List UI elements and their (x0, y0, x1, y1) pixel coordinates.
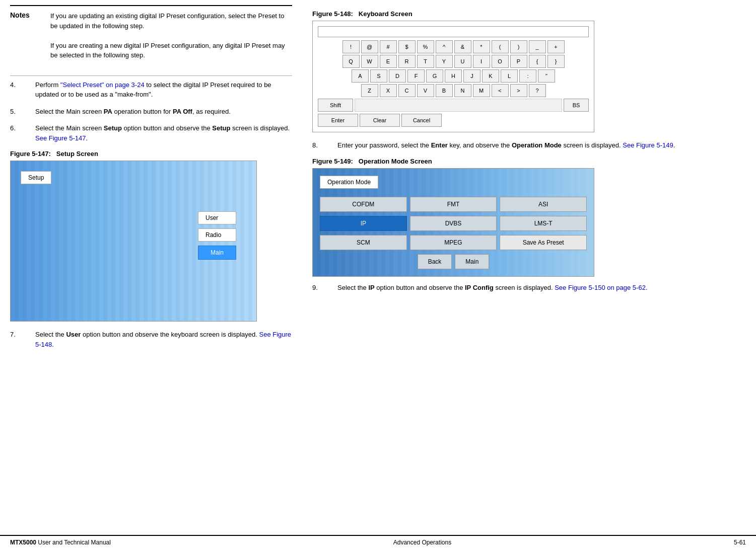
kb-key-rparen[interactable]: ) (510, 40, 527, 53)
kb-key-s[interactable]: S (370, 69, 387, 83)
kb-key-caret[interactable]: ^ (436, 40, 453, 53)
user-btn[interactable]: User (198, 211, 236, 224)
kb-shift-key[interactable]: Shift (318, 99, 353, 112)
kb-enter-key[interactable]: Enter (318, 114, 358, 127)
mpeg-btn[interactable]: MPEG (410, 235, 497, 250)
figure-148-label-text: Figure 5-148: (312, 10, 353, 18)
lmst-btn[interactable]: LMS-T (500, 216, 587, 231)
figure-147-label-text: Figure 5-147: (10, 150, 51, 158)
step-7-text-2: option button and observe the keyboard s… (81, 331, 259, 338)
setup-btn[interactable]: Setup (21, 171, 51, 184)
step-8-bold2: Operation Mode (512, 141, 562, 149)
kb-key-question[interactable]: ? (529, 84, 546, 97)
kb-bs-key[interactable]: BS (564, 99, 589, 112)
step-4-link[interactable]: "Select Preset" on page 3-24 (60, 81, 145, 89)
keyboard-input[interactable] (318, 26, 589, 37)
kb-key-colon[interactable]: : (519, 69, 536, 83)
kb-key-amp[interactable]: & (454, 40, 471, 53)
kb-key-t[interactable]: T (417, 55, 434, 68)
kb-key-rbrace[interactable]: } (547, 55, 565, 68)
scm-btn[interactable]: SCM (320, 235, 407, 250)
kb-key-lbrace[interactable]: { (529, 55, 546, 68)
ip-btn[interactable]: IP (320, 216, 407, 231)
step-8-text-4: . (673, 141, 675, 149)
main-btn[interactable]: Main (198, 246, 236, 260)
kb-key-at[interactable]: @ (361, 40, 378, 53)
kb-key-u[interactable]: U (454, 55, 471, 68)
divider (10, 75, 292, 76)
step-7-text-1: Select the (35, 331, 66, 338)
kb-key-z[interactable]: Z (361, 84, 378, 97)
step-9-text-3: screen is displayed. (494, 284, 555, 291)
asi-btn[interactable]: ASI (500, 197, 587, 212)
kb-key-under[interactable]: _ (529, 40, 546, 53)
step-5-text-2: operation button for (112, 108, 173, 115)
kb-key-f[interactable]: F (407, 69, 425, 83)
step-8-bold: Enter (431, 141, 448, 149)
kb-key-lparen[interactable]: ( (492, 40, 509, 53)
step-8: 8. Enter your password, select the Enter… (312, 140, 746, 150)
back-btn[interactable]: Back (418, 254, 452, 269)
step-8-num: 8. (312, 140, 337, 150)
kb-key-g[interactable]: G (426, 69, 443, 83)
kb-key-hash[interactable]: # (380, 40, 397, 53)
footer-page: 5-61 (734, 539, 746, 546)
kb-key-a[interactable]: A (352, 69, 369, 83)
kb-key-b[interactable]: B (436, 84, 453, 97)
opmode-figure: Operation Mode COFDM FMT ASI IP DVBS LMS… (312, 168, 594, 277)
cofdm-btn[interactable]: COFDM (320, 197, 407, 212)
notes-para1: If you are updating an existing digital … (50, 11, 292, 31)
kb-key-y[interactable]: Y (436, 55, 453, 68)
fmt-btn[interactable]: FMT (410, 197, 497, 212)
kb-key-e[interactable]: E (380, 55, 397, 68)
main-content: Notes If you are updating an existing di… (0, 0, 756, 535)
kb-key-lt[interactable]: < (492, 84, 509, 97)
step-9-link[interactable]: See Figure 5-150 on page 5-62 (555, 284, 646, 291)
step-5-text-3: , as required. (192, 108, 231, 115)
kb-row-2: Q W E R T Y U I O P { } (318, 55, 589, 68)
footer-brand-suffix: User and Technical Manual (36, 539, 111, 546)
kb-key-n[interactable]: N (454, 84, 471, 97)
kb-key-q[interactable]: Q (342, 55, 360, 68)
kb-key-c[interactable]: C (398, 84, 416, 97)
opmode-main-btn[interactable]: Main (455, 254, 489, 269)
step-7-text-3: . (52, 341, 54, 348)
kb-key-d[interactable]: D (389, 69, 406, 83)
step-8-link[interactable]: See Figure 5-149 (623, 141, 673, 149)
setup-screen-figure: Setup User Radio Main (10, 161, 257, 322)
right-column: Figure 5-148: Keyboard Screen ! @ # $ % … (302, 5, 746, 530)
kb-key-l[interactable]: L (501, 69, 518, 83)
opmode-row2: IP DVBS LMS-T (320, 216, 587, 231)
kb-key-h[interactable]: H (445, 69, 462, 83)
kb-key-i[interactable]: I (473, 55, 490, 68)
kb-key-star[interactable]: * (473, 40, 490, 53)
kb-key-r[interactable]: R (398, 55, 416, 68)
kb-cancel-key[interactable]: Cancel (401, 114, 442, 127)
radio-btn[interactable]: Radio (198, 228, 236, 242)
step-7-num: 7. (10, 330, 35, 349)
kb-key-k[interactable]: K (482, 69, 499, 83)
save-as-preset-btn[interactable]: Save As Preset (500, 235, 587, 250)
kb-key-dollar[interactable]: $ (398, 40, 416, 53)
kb-key-x[interactable]: X (380, 84, 397, 97)
kb-key-m[interactable]: M (473, 84, 490, 97)
step-6-link[interactable]: See Figure 5-147 (35, 134, 86, 142)
kb-clear-key[interactable]: Clear (360, 114, 400, 127)
kb-key-quote[interactable]: " (538, 69, 555, 83)
kb-key-p[interactable]: P (510, 55, 527, 68)
dvbs-btn[interactable]: DVBS (410, 216, 497, 231)
kb-key-percent[interactable]: % (417, 40, 434, 53)
step-8-text: Enter your password, select the Enter ke… (337, 140, 746, 150)
kb-key-plus[interactable]: + (547, 40, 565, 53)
kb-key-w[interactable]: W (361, 55, 378, 68)
opmode-title-btn[interactable]: Operation Mode (320, 176, 378, 189)
step-6-text-4: . (86, 134, 88, 142)
kb-key-gt[interactable]: > (510, 84, 527, 97)
kb-key-v[interactable]: V (417, 84, 434, 97)
kb-key-o[interactable]: O (492, 55, 509, 68)
step-4: 4. Perform "Select Preset" on page 3-24 … (10, 80, 292, 100)
kb-key-excl[interactable]: ! (342, 40, 360, 53)
step-4-text-1: Perform (35, 81, 60, 89)
kb-key-j[interactable]: J (463, 69, 480, 83)
step-9: 9. Select the IP option button and obser… (312, 283, 746, 293)
